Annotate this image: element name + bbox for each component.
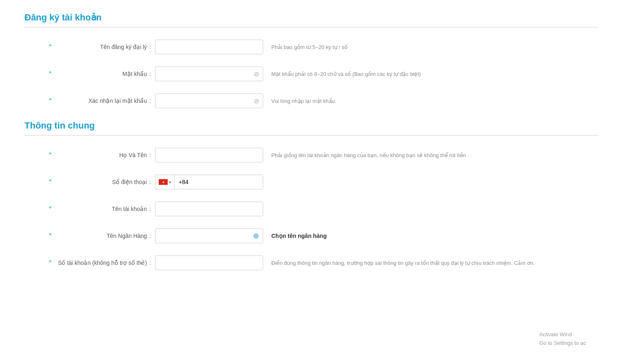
password-row: * Mật khẩu : ⊘ Mật khẩu phải có 8~20 chữ… [24, 67, 599, 81]
bank-name-row: * Tên Ngân Hàng : ⊕ Chọn tên ngân hàng [24, 229, 599, 243]
password-colon: : [149, 71, 151, 77]
bank-name-input[interactable] [155, 229, 263, 243]
account-registration-section: Đăng ký tài khoản * Tên đăng ký đại lý :… [24, 12, 599, 108]
bank-account-name-row: * Tên tài khoản : [24, 202, 599, 216]
bank-name-plus-icon[interactable]: ⊕ [253, 231, 259, 240]
confirm-password-required-star: * [49, 97, 51, 104]
bank-name-label-wrapper: * Tên Ngân Hàng : [24, 233, 155, 239]
bank-account-name-required-star: * [49, 205, 51, 213]
phone-input-wrapper: ▾ [155, 175, 263, 189]
password-label-wrapper: * Mật khẩu : [24, 71, 155, 77]
bank-select-hint: Chọn tên ngân hàng [271, 233, 327, 239]
phone-label-wrapper: * Số điện thoại : [24, 179, 155, 185]
agency-name-hint: Phải bao gồm từ 5~20 ký tự / số [271, 44, 599, 50]
agency-name-label: Tên đăng ký đại lý [100, 44, 147, 50]
bank-account-number-required-star: * [49, 259, 51, 266]
full-name-required-star: * [49, 151, 51, 159]
confirm-password-colon: : [149, 98, 151, 104]
page-wrapper: Đăng ký tài khoản * Tên đăng ký đại lý :… [0, 0, 623, 295]
account-divider [24, 27, 599, 27]
bank-account-name-label-wrapper: * Tên tài khoản : [24, 206, 155, 212]
agency-name-required-star: * [49, 43, 51, 51]
bank-account-name-input-wrapper [155, 202, 263, 216]
bank-account-number-label: Số tài khoản (không hỗ trợ số thẻ) [58, 260, 147, 266]
bank-account-number-hint: Điền đúng thông tin ngân hàng, trường hợ… [271, 260, 599, 266]
bank-name-required-star: * [49, 232, 51, 240]
general-info-title: Thông tin chung [24, 120, 599, 131]
full-name-input[interactable] [155, 148, 263, 162]
confirm-password-toggle-icon[interactable]: ⊘ [254, 97, 259, 105]
phone-dropdown-arrow-icon: ▾ [169, 180, 171, 184]
bank-account-number-input[interactable] [155, 255, 263, 270]
password-required-star: * [49, 70, 51, 78]
bank-name-input-wrapper: ⊕ [155, 229, 263, 243]
full-name-hint: Phải giống tên tài khoản ngân hàng của b… [271, 152, 599, 158]
password-toggle-icon[interactable]: ⊘ [254, 70, 259, 78]
full-name-colon: : [149, 152, 151, 158]
confirm-password-label-wrapper: * Xác nhận lại mật khẩu : [24, 98, 155, 104]
bank-account-number-row: * Số tài khoản (không hỗ trợ số thẻ) : Đ… [24, 255, 599, 270]
activate-windows-watermark: Activate Wind Go to Settings to ac [533, 326, 623, 352]
bank-account-number-input-wrapper [155, 255, 263, 270]
account-registration-title: Đăng ký tài khoản [24, 12, 599, 23]
phone-required-star: * [49, 178, 51, 186]
phone-colon: : [149, 179, 151, 185]
agency-name-row: * Tên đăng ký đại lý : Phải bao gồm từ 5… [24, 40, 599, 54]
bank-account-number-label-wrapper: * Số tài khoản (không hỗ trợ số thẻ) : [24, 260, 155, 266]
bank-name-label: Tên Ngân Hàng [106, 233, 147, 239]
agency-name-input[interactable] [155, 40, 263, 54]
confirm-password-hint: Vui lòng nhập lại mật khẩu. [271, 98, 599, 104]
bank-account-name-colon: : [149, 206, 151, 212]
confirm-password-label: Xác nhận lại mật khẩu [89, 98, 147, 104]
bank-account-name-label: Tên tài khoản [112, 206, 147, 212]
general-info-divider [24, 135, 599, 135]
full-name-input-wrapper [155, 148, 263, 162]
phone-label: Số điện thoại [112, 179, 147, 185]
confirm-password-row: * Xác nhận lại mật khẩu : ⊘ Vui lòng nhậ… [24, 93, 599, 108]
agency-name-label-wrapper: * Tên đăng ký đại lý : [24, 44, 155, 50]
full-name-label-wrapper: * Họ Và Tên : [24, 152, 155, 158]
password-label: Mật khẩu [122, 71, 147, 77]
confirm-password-input[interactable] [155, 93, 263, 108]
bank-name-colon: : [149, 233, 151, 239]
vietnam-flag-icon [159, 179, 168, 185]
password-hint: Mật khẩu phải có 8~20 chữ và số (Bao gồm… [271, 71, 599, 77]
agency-name-input-wrapper [155, 40, 263, 54]
phone-flag-selector[interactable]: ▾ [155, 175, 175, 189]
agency-name-colon: : [149, 44, 151, 50]
phone-input[interactable] [175, 175, 263, 189]
full-name-row: * Họ Và Tên : Phải giống tên tài khoản n… [24, 148, 599, 162]
phone-row: * Số điện thoại : ▾ [24, 175, 599, 189]
confirm-password-input-wrapper: ⊘ [155, 93, 263, 108]
bank-account-number-colon: : [149, 260, 151, 266]
general-info-section: Thông tin chung * Họ Và Tên : Phải giống… [24, 120, 599, 270]
password-input-wrapper: ⊘ [155, 67, 263, 81]
full-name-label: Họ Và Tên [119, 152, 147, 158]
watermark-line2: Go to Settings to ac [539, 340, 586, 346]
watermark-line1: Activate Wind [539, 331, 572, 337]
password-input[interactable] [155, 67, 263, 81]
bank-account-name-input[interactable] [155, 202, 263, 216]
